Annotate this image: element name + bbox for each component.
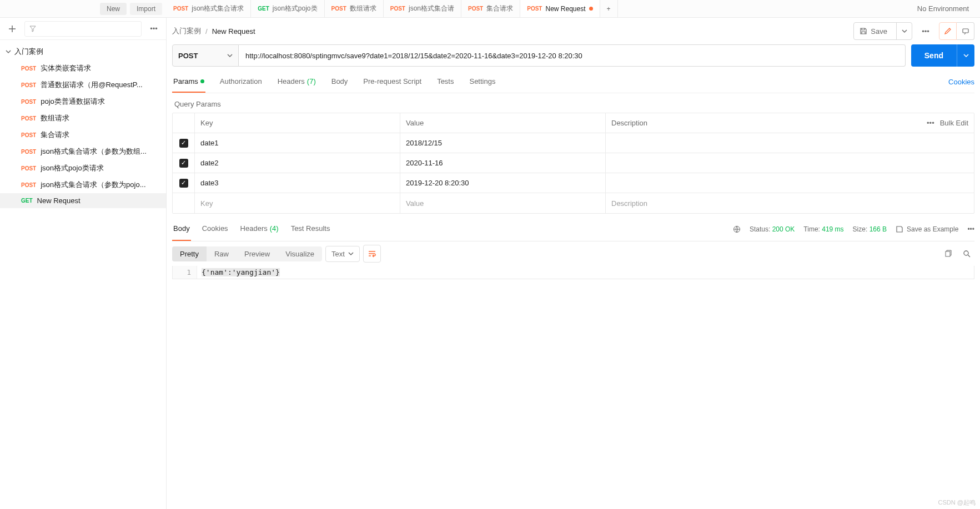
sidebar-item[interactable]: POSTpojo类普通数据请求	[0, 93, 166, 110]
sidebar-item[interactable]: POST实体类嵌套请求	[0, 60, 166, 77]
value-cell[interactable]: 2020-11-16	[400, 153, 606, 173]
page-title: New Request	[212, 27, 255, 36]
globe-icon[interactable]	[733, 225, 741, 233]
comment-button[interactable]	[957, 22, 974, 40]
sidebar-item[interactable]: POST普通数据请求（用@RequestP...	[0, 77, 166, 93]
save-button[interactable]: Save	[853, 22, 912, 40]
new-tab-button[interactable]: +	[600, 0, 618, 17]
desc-cell[interactable]: Description	[606, 193, 974, 213]
sidebar-item[interactable]: POST数组请求	[0, 110, 166, 127]
add-icon[interactable]	[4, 21, 20, 37]
bulk-edit-link[interactable]: Bulk Edit	[940, 119, 968, 127]
col-value: Value	[400, 113, 606, 133]
tab-tests[interactable]: Tests	[436, 71, 455, 93]
line-number: 1	[173, 266, 197, 279]
resp-tab-tests[interactable]: Test Results	[290, 217, 331, 241]
tab-settings[interactable]: Settings	[468, 71, 496, 93]
request-tabs: Params Authorization Headers(7) Body Pre…	[172, 71, 974, 93]
more-icon[interactable]: •••	[927, 119, 934, 127]
sidebar-item[interactable]: POSTjson格式集合请求（参数为pojo...	[0, 177, 166, 193]
new-button[interactable]: New	[100, 3, 127, 15]
svg-rect-0	[963, 29, 968, 33]
chevron-down-icon	[6, 49, 11, 54]
col-description: Description	[611, 119, 647, 127]
method-select[interactable]: POST	[172, 44, 239, 67]
active-dot-icon	[200, 79, 204, 83]
desc-cell[interactable]	[606, 173, 974, 193]
value-cell[interactable]: 2018/12/15	[400, 133, 606, 153]
breadcrumb-sep: /	[205, 27, 208, 36]
collection-folder[interactable]: 入门案例	[0, 43, 166, 60]
view-visualize[interactable]: Visualize	[278, 246, 322, 261]
resp-tab-cookies[interactable]: Cookies	[201, 217, 229, 241]
import-button[interactable]: Import	[130, 3, 162, 15]
top-tab[interactable]: POSTjson格式集合请求	[167, 0, 251, 17]
response-type-select[interactable]: Text	[325, 246, 360, 262]
view-preview[interactable]: Preview	[237, 246, 278, 261]
url-input[interactable]: http://localhost:8080/sptingmvc/save9?da…	[239, 44, 906, 67]
breadcrumb-root[interactable]: 入门案例	[172, 26, 201, 36]
resp-tab-headers[interactable]: Headers(4)	[239, 217, 280, 241]
table-row: ✓ date1 2018/12/15	[173, 133, 974, 153]
save-icon	[860, 27, 867, 35]
save-chevron[interactable]	[896, 23, 912, 39]
checkbox[interactable]: ✓	[179, 179, 188, 188]
tab-params[interactable]: Params	[172, 71, 205, 93]
top-tab[interactable]: POSTjson格式集合请	[384, 0, 461, 17]
desc-cell[interactable]	[606, 153, 974, 173]
top-tab[interactable]: GETjson格式pojo类	[251, 0, 324, 17]
save-as-example-button[interactable]: Save as Example	[896, 225, 958, 233]
table-row-empty: Key Value Description	[173, 193, 974, 213]
filter-input[interactable]	[24, 21, 142, 37]
resp-tab-body[interactable]: Body	[172, 217, 191, 241]
cookies-link[interactable]: Cookies	[948, 78, 974, 86]
search-button[interactable]	[959, 246, 974, 261]
send-button[interactable]: Send	[911, 44, 974, 67]
size-label: Size: 166 B	[853, 225, 887, 233]
key-cell[interactable]: date1	[195, 133, 400, 153]
value-cell[interactable]: 2019-12-20 8:20:30	[400, 173, 606, 193]
send-chevron[interactable]	[957, 44, 974, 67]
tab-authorization[interactable]: Authorization	[219, 71, 263, 93]
tab-headers[interactable]: Headers(7)	[277, 71, 317, 93]
edit-button[interactable]	[939, 22, 957, 40]
code-line[interactable]: {'nam':'yangjian'}	[197, 266, 284, 279]
sidebar-item[interactable]: POSTjson格式pojo类请求	[0, 160, 166, 177]
top-tab-active[interactable]: POSTNew Request	[520, 0, 600, 17]
svg-point-3	[964, 251, 968, 255]
environment-select[interactable]: No Environment	[906, 0, 980, 17]
tab-body[interactable]: Body	[330, 71, 349, 93]
checkbox[interactable]: ✓	[179, 139, 188, 148]
filter-icon	[29, 26, 36, 32]
more-icon[interactable]: •••	[146, 21, 162, 37]
key-cell[interactable]: date3	[195, 173, 400, 193]
sidebar-item-active[interactable]: GETNew Request	[0, 193, 166, 208]
chevron-down-icon	[963, 53, 969, 58]
query-params-title: Query Params	[172, 93, 974, 113]
desc-cell[interactable]	[606, 133, 974, 153]
view-pretty[interactable]: Pretty	[172, 246, 207, 261]
sidebar-item[interactable]: POST集合请求	[0, 127, 166, 143]
key-cell[interactable]: date2	[195, 153, 400, 173]
tab-prerequest[interactable]: Pre-request Script	[362, 71, 423, 93]
save-icon	[896, 225, 903, 233]
watermark: CSDN @起鸣	[938, 498, 976, 507]
table-row: ✓ date2 2020-11-16	[173, 153, 974, 173]
params-table: Key Value Description ••• Bulk Edit ✓ da…	[172, 113, 974, 214]
top-tab[interactable]: POST集合请求	[461, 0, 520, 17]
view-segment: Pretty Raw Preview Visualize	[172, 246, 322, 261]
more-icon[interactable]: •••	[967, 225, 974, 233]
sidebar-item[interactable]: POSTjson格式集合请求（参数为数组...	[0, 143, 166, 160]
wrap-button[interactable]	[363, 245, 381, 263]
value-cell[interactable]: Value	[400, 193, 606, 213]
top-tab[interactable]: POST数组请求	[325, 0, 384, 17]
checkbox[interactable]: ✓	[179, 159, 188, 168]
time-label: Time: 419 ms	[803, 225, 843, 233]
comment-icon	[962, 27, 969, 35]
chevron-down-icon	[227, 53, 233, 58]
key-cell[interactable]: Key	[195, 193, 400, 213]
dirty-dot-icon	[589, 7, 593, 11]
view-raw[interactable]: Raw	[207, 246, 237, 261]
more-actions-icon[interactable]: •••	[918, 23, 933, 39]
copy-button[interactable]	[940, 246, 956, 261]
